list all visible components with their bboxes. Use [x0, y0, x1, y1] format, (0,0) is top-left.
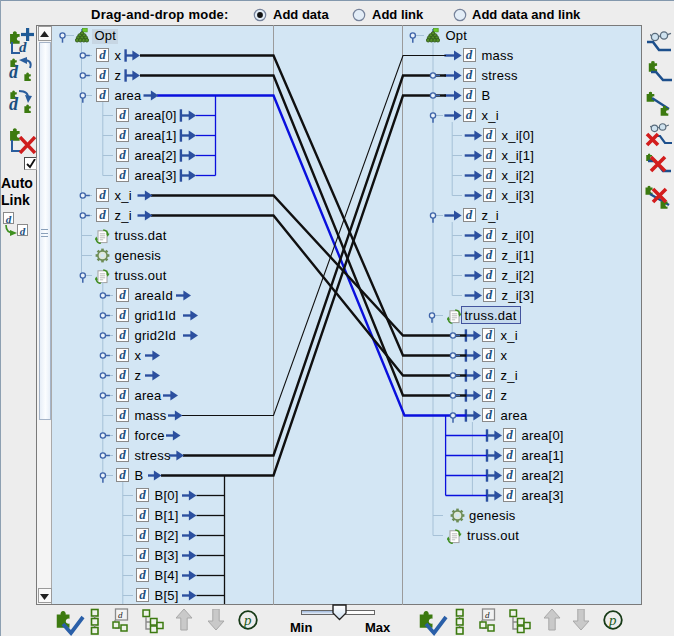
svg-text:p: p [243, 612, 252, 628]
svg-text:p: p [608, 612, 617, 628]
svg-text:d: d [118, 610, 123, 620]
svg-text:d: d [485, 610, 490, 620]
